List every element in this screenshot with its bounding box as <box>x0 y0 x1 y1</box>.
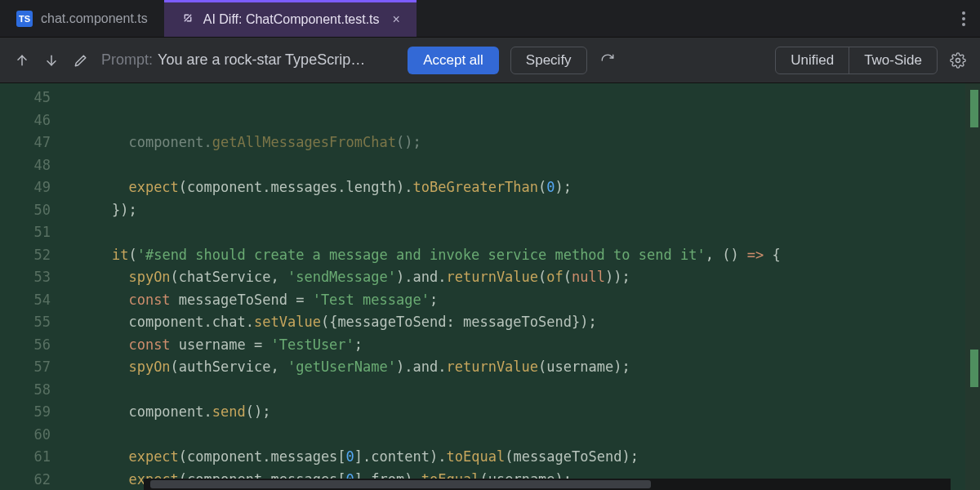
scrollbar-thumb[interactable] <box>150 480 651 488</box>
typescript-icon: TS <box>16 11 33 27</box>
accept-all-button[interactable]: Accept all <box>408 47 499 74</box>
line-number-gutter: 454647484950515253545556575859606162 <box>0 83 65 490</box>
line-number: 49 <box>0 176 51 199</box>
line-number: 61 <box>0 446 51 469</box>
line-number: 52 <box>0 244 51 267</box>
line-number: 51 <box>0 221 51 244</box>
line-number: 45 <box>0 87 51 109</box>
line-number: 46 <box>0 109 51 132</box>
code-line[interactable]: expect(component.messages.length).toBeGr… <box>78 176 965 199</box>
tab-chat-component[interactable]: TS chat.component.ts <box>0 0 164 37</box>
line-number: 47 <box>0 131 51 154</box>
kebab-icon <box>962 11 965 26</box>
prev-diff-button[interactable] <box>13 51 31 69</box>
diff-toolbar: Prompt: You are a rock-star TypeScrip… A… <box>0 38 980 83</box>
diff-marker-gutter[interactable] <box>965 83 980 490</box>
line-number: 54 <box>0 289 51 312</box>
code-line[interactable] <box>78 379 965 402</box>
code-line[interactable]: it('#send should create a message and in… <box>78 244 965 267</box>
code-editor[interactable]: 454647484950515253545556575859606162 com… <box>0 83 980 490</box>
code-line[interactable]: }); <box>78 199 965 222</box>
tabs-bar: TS chat.component.ts AI Diff: ChatCompon… <box>0 0 980 38</box>
code-area[interactable]: component.getAllMessagesFromChat(); expe… <box>65 83 965 490</box>
code-line[interactable]: const messageToSend = 'Test message'; <box>78 289 965 312</box>
code-line[interactable]: component.chat.setValue({messageToSend: … <box>78 311 965 334</box>
refresh-button[interactable] <box>599 51 617 69</box>
settings-button[interactable] <box>949 51 967 69</box>
specify-button[interactable]: Specify <box>510 47 587 74</box>
tab-label: chat.component.ts <box>41 11 148 26</box>
code-line[interactable]: const username = 'TestUser'; <box>78 334 965 357</box>
line-number: 59 <box>0 401 51 424</box>
edit-icon[interactable] <box>72 51 90 69</box>
prompt-value: You are a rock-star TypeScrip… <box>158 51 365 69</box>
code-line[interactable] <box>78 424 965 447</box>
svg-point-0 <box>956 58 960 62</box>
next-diff-button[interactable] <box>42 51 60 69</box>
tabs-overflow-menu[interactable] <box>947 0 980 37</box>
diff-marker[interactable] <box>970 350 978 387</box>
code-line[interactable]: component.getAllMessagesFromChat(); <box>78 131 965 154</box>
ai-diff-icon <box>180 11 195 29</box>
line-number: 55 <box>0 311 51 334</box>
scrollbar-horizontal[interactable] <box>144 479 951 490</box>
code-line[interactable]: expect(component.messages[0].content).to… <box>78 446 965 469</box>
close-icon[interactable]: × <box>388 12 400 27</box>
code-line[interactable]: spyOn(chatService, 'sendMessage').and.re… <box>78 266 965 289</box>
prompt-label: Prompt: <box>101 51 153 69</box>
code-line[interactable] <box>78 221 965 244</box>
view-unified-button[interactable]: Unified <box>776 47 849 74</box>
line-number: 58 <box>0 379 51 402</box>
tab-label: AI Diff: ChatComponent.test.ts <box>203 12 380 27</box>
line-number: 50 <box>0 199 51 222</box>
line-number: 60 <box>0 424 51 447</box>
line-number: 57 <box>0 356 51 379</box>
view-mode-toggle: Unified Two-Side <box>775 47 938 74</box>
line-number: 53 <box>0 266 51 289</box>
line-number: 62 <box>0 469 51 491</box>
view-twoside-button[interactable]: Two-Side <box>849 47 937 74</box>
line-number: 48 <box>0 154 51 177</box>
code-line[interactable]: component.send(); <box>78 401 965 424</box>
tab-ai-diff[interactable]: AI Diff: ChatComponent.test.ts × <box>164 0 416 37</box>
prompt-display[interactable]: Prompt: You are a rock-star TypeScrip… <box>101 51 365 69</box>
code-line[interactable] <box>78 154 965 177</box>
line-number: 56 <box>0 334 51 357</box>
diff-marker[interactable] <box>970 90 978 127</box>
code-line[interactable]: spyOn(authService, 'getUserName').and.re… <box>78 356 965 379</box>
